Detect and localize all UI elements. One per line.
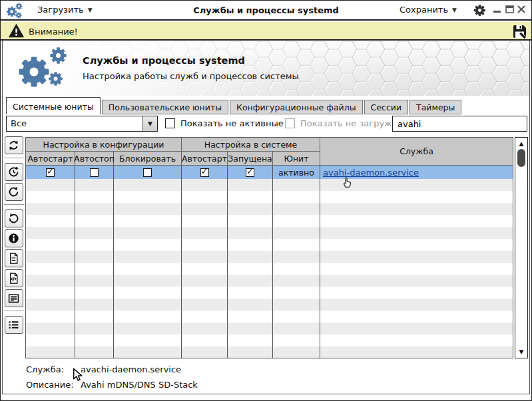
table-cell	[75, 215, 114, 227]
banner-fade	[3, 41, 531, 96]
service-link[interactable]: avahi-daemon.service	[323, 168, 419, 178]
table-cell	[114, 215, 182, 227]
table-empty-row[interactable]	[26, 311, 513, 323]
table-empty-row[interactable]	[26, 239, 513, 251]
table-empty-row[interactable]	[26, 203, 513, 215]
table-empty-row[interactable]	[26, 323, 513, 334]
table-cell	[273, 275, 320, 287]
dropdown-arrow-button[interactable]: ▼	[142, 116, 157, 131]
history-button[interactable]	[5, 163, 23, 181]
settings-gear-icon[interactable]	[473, 4, 486, 17]
edit-unit-button[interactable]	[5, 269, 23, 287]
warning-text: Внимание!	[29, 27, 78, 37]
table-cell	[114, 299, 182, 311]
tab-sessions[interactable]: Сессии	[364, 100, 408, 114]
table-cell	[228, 275, 273, 287]
table-empty-row[interactable]	[26, 299, 513, 311]
table-cell	[26, 334, 75, 346]
table-empty-row[interactable]	[26, 287, 513, 299]
save-file-icon[interactable]	[512, 24, 527, 39]
table-cell	[26, 287, 75, 299]
tab-system-units[interactable]: Системные юниты	[6, 97, 101, 114]
tab-timers[interactable]: Таймеры	[409, 100, 461, 114]
table-cell	[75, 263, 114, 275]
tab-user-units[interactable]: Пользовательские юниты	[102, 100, 228, 114]
vertical-scrollbar[interactable]: ▲ ▼	[515, 137, 528, 358]
chevron-down-icon: ▼	[148, 120, 152, 127]
table-cell	[228, 263, 273, 275]
table-empty-row[interactable]	[26, 334, 513, 346]
table-empty-rows	[26, 179, 513, 358]
column-header-unit: Юнит	[273, 152, 320, 166]
list-icon	[8, 319, 19, 331]
journal-button[interactable]	[5, 289, 23, 307]
table-empty-row[interactable]	[26, 215, 513, 227]
unit-file-button[interactable]	[5, 249, 23, 267]
autostart-system-checkbox[interactable]	[200, 168, 209, 177]
save-menu-button[interactable]: Сохранить ▼	[399, 5, 457, 15]
autostop-checkbox[interactable]	[90, 168, 99, 177]
refresh-button[interactable]	[5, 136, 23, 154]
table-cell	[320, 191, 513, 203]
table-cell	[182, 346, 228, 358]
table-cell	[228, 227, 273, 239]
table-cell	[182, 334, 228, 346]
table-empty-row[interactable]	[26, 191, 513, 203]
table-cell	[114, 334, 182, 346]
table-cell	[273, 239, 320, 251]
unit-filter-dropdown[interactable]: Все ▼	[6, 116, 158, 132]
table-cell	[114, 311, 182, 323]
minimize-button[interactable]	[493, 5, 502, 14]
tab-config-files[interactable]: Конфигурационные файлы	[230, 100, 363, 114]
table-empty-row[interactable]	[26, 346, 513, 358]
table-empty-row[interactable]	[26, 251, 513, 263]
table-cell	[114, 275, 182, 287]
table-empty-row[interactable]	[26, 227, 513, 239]
undo-icon	[8, 213, 19, 224]
table-cell	[228, 323, 273, 334]
scrollbar-thumb[interactable]	[517, 149, 525, 167]
table-cell	[26, 203, 75, 215]
table-cell	[228, 346, 273, 358]
show-inactive-checkbox[interactable]	[165, 118, 175, 128]
block-checkbox[interactable]	[143, 168, 152, 177]
running-checkbox[interactable]	[246, 168, 254, 177]
table-cell	[273, 179, 320, 191]
column-group-config: Настройка в конфигурации	[26, 138, 182, 152]
table-cell	[273, 299, 320, 311]
scroll-up-arrow[interactable]: ▲	[515, 139, 527, 148]
info-button[interactable]	[5, 229, 23, 247]
info-icon	[8, 233, 19, 244]
show-inactive-label: Показать не активные	[180, 118, 284, 128]
table-cell	[228, 334, 273, 346]
table-empty-row[interactable]	[26, 275, 513, 287]
table-cell	[228, 287, 273, 299]
table-cell	[26, 227, 75, 239]
file-icon	[8, 253, 19, 264]
maximize-button[interactable]	[505, 5, 514, 14]
table-empty-row[interactable]	[26, 179, 513, 191]
table-row-avahi[interactable]: активно avahi-daemon.service	[26, 166, 513, 179]
banner-title: Службы и процессы systemd	[83, 55, 245, 66]
refresh-icon	[8, 140, 19, 151]
table-cell	[320, 215, 513, 227]
close-button[interactable]	[517, 5, 526, 14]
table-cell	[182, 275, 228, 287]
app-logo-gears	[17, 47, 79, 89]
service-detail-value: avachi-daemon.service	[81, 364, 181, 374]
table-cell	[75, 299, 114, 311]
redo-button[interactable]	[5, 183, 23, 201]
scroll-down-arrow[interactable]: ▼	[515, 347, 527, 356]
list-units-button[interactable]	[5, 316, 23, 334]
search-input[interactable]	[392, 116, 527, 132]
table-cell	[26, 179, 75, 191]
table-cell	[320, 299, 513, 311]
table-cell	[182, 239, 228, 251]
autostart-config-checkbox[interactable]	[46, 168, 55, 177]
table-empty-row[interactable]	[26, 263, 513, 275]
undo-button[interactable]	[5, 209, 23, 227]
table-cell	[26, 191, 75, 203]
table-cell	[75, 346, 114, 358]
banner-subtitle: Настройка работы служб и процессов систе…	[83, 71, 299, 81]
show-unloaded-checkbox[interactable]	[285, 118, 295, 128]
